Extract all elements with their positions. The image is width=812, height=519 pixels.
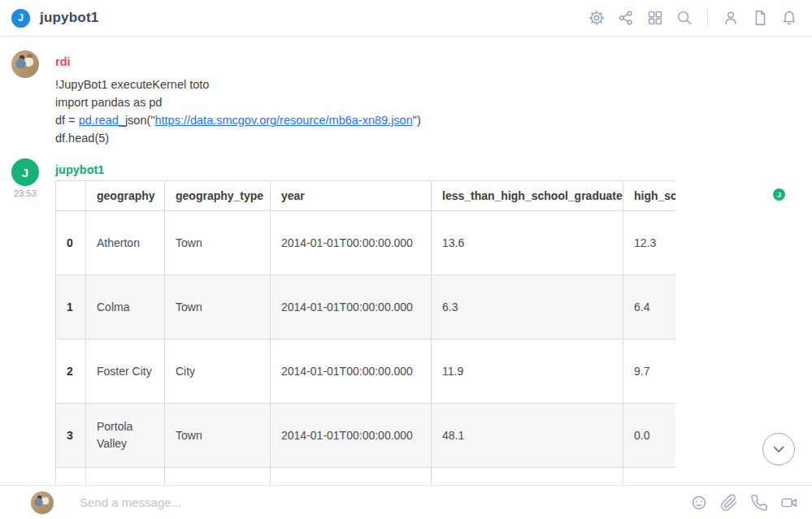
message-username[interactable]: jupybot1 [55,163,104,176]
message-line: !JupyBot1 executeKernel toto [55,76,812,93]
paperclip-icon[interactable] [718,491,740,514]
chat-app: J jupybot1 [0,0,812,519]
message-segment: json(" [125,114,155,127]
table-cell [165,468,271,486]
table-cell: 13.6 [432,211,623,275]
bot-avatar[interactable]: J [11,158,39,186]
dataframe-table: geographygeography_typeyearless_than_hig… [55,180,675,485]
search-icon[interactable] [673,6,696,29]
message-rdi: rdi !JupyBot1 executeKernel totoimport p… [0,50,812,147]
table-header-cell: year [271,181,432,211]
message-link[interactable]: pd.read_ [79,114,125,127]
message-line: df = pd.read_json("https://data.smcgov.o… [55,111,812,129]
share-icon[interactable] [614,6,637,29]
video-camera-icon[interactable] [778,491,801,514]
chevron-down-icon [768,439,789,460]
table-cell: 9.7 [623,340,676,404]
message-line: df.head(5) [55,129,812,147]
table-cell: Town [165,275,271,340]
table-cell: 6.4 [623,275,676,340]
table-cell: 3 [56,404,86,468]
table-row: 1ColmaTown2014-01-01T00:00:00.0006.36.4 [56,275,676,340]
table-cell: 0.0 [623,404,676,468]
table-header-row: geographygeography_typeyearless_than_hig… [56,181,676,211]
table-row [56,468,676,486]
table-cell: 2014-01-01T00:00:00.000 [271,404,432,468]
table-header-cell [56,181,86,211]
table-cell: 2014-01-01T00:00:00.000 [271,211,432,275]
header-divider [707,8,708,28]
message-input[interactable] [80,495,688,509]
message-link[interactable]: https://data.smcgov.org/resource/mb6a-xn… [154,114,412,127]
message-segment: df.head(5) [55,132,109,145]
channel-title: jupybot1 [40,10,98,26]
table-header-cell: geography_type [165,181,271,211]
scroll-down-button[interactable] [762,433,795,465]
message-list: rdi !JupyBot1 executeKernel totoimport p… [0,37,812,485]
table-cell: 48.1 [432,404,623,468]
table-cell: Portola Valley [86,404,165,468]
table-cell: Colma [86,275,165,340]
user-avatar[interactable] [11,50,39,78]
channel-header: J jupybot1 [0,0,812,37]
composer-avatar[interactable] [31,491,54,514]
phone-icon[interactable] [748,491,771,514]
table-cell: Foster City [86,340,165,404]
grid-icon[interactable] [644,6,667,29]
table-cell: 6.3 [432,275,623,340]
header-toolbar [585,6,801,29]
message-segment: !JupyBot1 executeKernel toto [55,78,209,91]
table-cell [432,468,623,486]
composer-actions [688,491,801,514]
message-text: !JupyBot1 executeKernel totoimport panda… [55,76,812,147]
message-timestamp: 23:53 [11,188,39,198]
table-cell [86,468,165,486]
bell-icon[interactable] [778,6,801,29]
table-header-cell: high_school_graduate [623,181,676,211]
table-cell: 1 [56,275,86,340]
message-jupybot1: J 23:53 jupybot1 geographygeography_type… [0,158,812,485]
table-cell [56,468,86,486]
gear-icon[interactable] [585,6,608,29]
table-row: 3Portola ValleyTown2014-01-01T00:00:00.0… [56,404,676,468]
channel-avatar[interactable]: J [11,9,30,28]
table-cell: 11.9 [432,340,623,404]
file-icon[interactable] [749,6,771,29]
table-cell [623,468,676,486]
table-cell: 2014-01-01T00:00:00.000 [271,275,432,340]
composer [0,485,812,519]
table-cell: 2014-01-01T00:00:00.000 [271,340,432,404]
table-header-cell: geography [86,181,165,211]
emoji-icon[interactable] [688,491,710,514]
table-cell: Town [165,211,271,275]
table-cell: 0 [56,211,86,275]
table-cell [271,468,432,486]
message-segment: ") [413,114,421,127]
message-username[interactable]: rdi [55,55,71,68]
table-cell: Atherton [86,211,165,275]
unread-badge: J [773,188,785,201]
table-cell: City [165,340,271,404]
table-cell: 12.3 [623,211,676,275]
message-line: import pandas as pd [55,93,812,111]
message-segment: import pandas as pd [55,96,162,109]
table-cell: 2 [56,340,86,404]
table-row: 0AthertonTown2014-01-01T00:00:00.00013.6… [56,211,676,275]
dataframe-table-container: geographygeography_typeyearless_than_hig… [55,180,675,485]
message-segment: df = [55,114,79,127]
table-header-cell: less_than_high_school_graduate [432,181,623,211]
person-icon[interactable] [719,6,742,29]
table-row: 2Foster CityCity2014-01-01T00:00:00.0001… [56,340,676,404]
table-cell: Town [165,404,271,468]
